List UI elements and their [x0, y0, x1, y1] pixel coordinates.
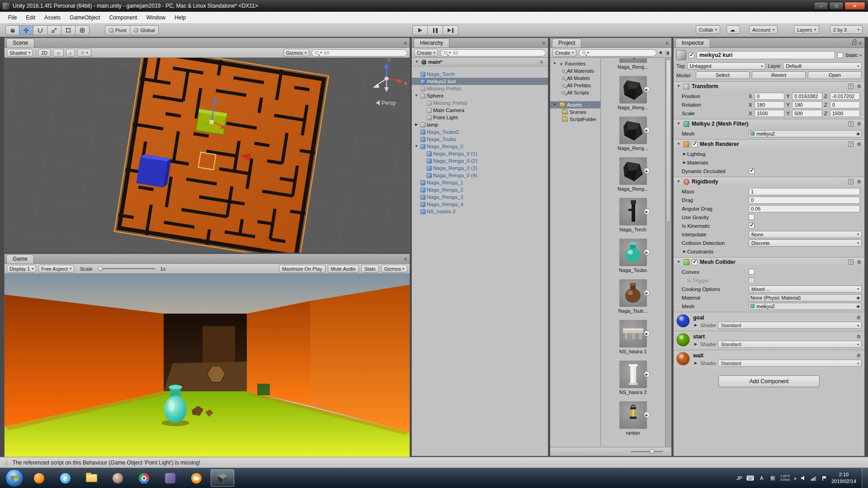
layout-dropdown[interactable]: 2 by 3▾ — [830, 25, 863, 34]
gear-icon[interactable]: ⚙ — [856, 141, 862, 147]
asset-thumbnail[interactable]: ▶ — [619, 320, 647, 347]
hierarchy-item[interactable]: Naga_Renga_3 — [412, 193, 548, 201]
ime-language-button[interactable]: JP — [736, 475, 742, 481]
model-revert-button[interactable]: Revert — [752, 71, 806, 79]
mesh-object-field[interactable]: meikyu2◉ — [749, 130, 862, 137]
project-create-dropdown[interactable]: Create▾ — [552, 49, 576, 56]
expand-asset-icon[interactable]: ▶ — [644, 168, 650, 174]
position-z-field[interactable]: -0.017202 — [830, 93, 860, 100]
object-picker-icon[interactable]: ◉ — [856, 304, 860, 309]
global-toggle[interactable]: Global — [130, 25, 159, 35]
cloud-button[interactable]: ☁ — [726, 25, 740, 34]
foldout-icon[interactable]: ▶ — [414, 123, 419, 127]
panel-menu-icon[interactable]: ≡ — [401, 40, 410, 46]
taskbar-clock[interactable]: 2:10 2019/02/14 — [831, 471, 856, 485]
asset-thumbnail[interactable]: ▶ — [619, 239, 647, 266]
menu-help[interactable]: Help — [170, 12, 190, 23]
game-viewport[interactable] — [5, 274, 410, 457]
help-icon[interactable]: ? — [848, 121, 854, 127]
tab-project[interactable]: Project — [552, 38, 581, 47]
scene-header-row[interactable]: ▼ main* ≡ — [412, 58, 548, 66]
saved-search-star-icon[interactable]: ★ — [659, 50, 663, 56]
foldout-icon[interactable]: ▶ — [682, 250, 687, 253]
window-titlebar[interactable]: Unity 2018.1.4f1 Personal (64bit) - main… — [0, 0, 868, 12]
scene-effects-dropdown[interactable]: ☆▾ — [77, 49, 91, 56]
maze-object[interactable] — [114, 58, 329, 253]
label-filter-icon[interactable]: ◨ — [665, 51, 669, 55]
asset-item[interactable]: ▶rantan — [601, 399, 665, 440]
scale-z-field[interactable]: 1500 — [830, 110, 860, 117]
foldout-icon[interactable]: ▼ — [676, 84, 681, 88]
favorites-item[interactable]: All Prefabs — [550, 82, 600, 89]
foldout-icon[interactable]: ▼ — [676, 122, 681, 126]
menu-gameobject[interactable]: GameObject — [65, 12, 104, 23]
component-header-rigidbody[interactable]: ▼ Rigidbody ?⚙ — [674, 177, 864, 186]
model-open-button[interactable]: Open — [808, 71, 862, 79]
component-enabled-checkbox[interactable] — [692, 141, 698, 147]
asset-item[interactable]: ▶Naga_Tsubo — [601, 236, 665, 277]
taskbar-app-media[interactable] — [158, 469, 182, 487]
taskbar-app-unity[interactable] — [211, 469, 234, 487]
help-icon[interactable]: ? — [848, 141, 854, 147]
cooking-options-dropdown[interactable]: Mixed ...▾ — [749, 286, 862, 293]
scene-viewport[interactable]: z x Persp — [5, 58, 410, 253]
maximize-on-play-toggle[interactable]: Maximize On Play — [279, 265, 326, 272]
foldout-icon[interactable]: ▼ — [414, 60, 420, 64]
action-center-flag-icon[interactable] — [821, 475, 827, 481]
physic-material-field[interactable]: None (Physic Material)◉ — [749, 294, 862, 301]
drag-field[interactable]: 0 — [749, 197, 860, 204]
asset-item[interactable]: ▶NS_hasira 1 — [601, 318, 665, 358]
rotation-y-field[interactable]: 180 — [792, 101, 822, 108]
mass-field[interactable]: 1 — [749, 188, 860, 195]
gear-icon[interactable]: ⚙ — [856, 259, 862, 265]
foldout-icon[interactable]: ▼ — [414, 145, 419, 148]
hierarchy-item[interactable]: Naga_Renga_0 (1) — [412, 150, 548, 157]
stats-toggle[interactable]: Stats — [361, 265, 379, 272]
aspect-dropdown[interactable]: Free Aspect▾ — [38, 265, 74, 272]
collision-detection-dropdown[interactable]: Discrete▾ — [749, 239, 862, 247]
collider-mesh-field[interactable]: meikyu2◉ — [749, 303, 862, 310]
tab-inspector[interactable]: Inspector — [675, 38, 710, 47]
taskbar-app-chrome[interactable] — [132, 469, 156, 487]
favorites-item[interactable]: All Models — [550, 75, 600, 82]
assets-root-folder[interactable]: ▼Assets — [550, 101, 600, 108]
menu-edit[interactable]: Edit — [21, 12, 40, 23]
is-kinematic-checkbox[interactable] — [749, 223, 755, 229]
expand-asset-icon[interactable]: ▶ — [644, 208, 650, 215]
transform-tool-button[interactable] — [75, 25, 90, 35]
expand-asset-icon[interactable]: ▶ — [644, 412, 650, 418]
favorites-root[interactable]: ▼★Favorites — [550, 60, 600, 67]
hierarchy-item[interactable]: Naga_Renga_4 — [412, 201, 548, 208]
asset-item[interactable]: ▶Naga_Reng... — [601, 74, 665, 114]
position-x-field[interactable]: 0 — [755, 93, 784, 100]
panel-menu-icon[interactable]: ≡ — [540, 40, 548, 46]
add-component-button[interactable]: Add Component — [718, 375, 820, 387]
menu-component[interactable]: Component — [104, 12, 142, 23]
asset-thumbnail[interactable]: ▶ — [619, 401, 647, 429]
folder-item[interactable]: ScriptFolder — [550, 116, 600, 123]
hierarchy-item[interactable]: Naga_Tsubo2 — [412, 128, 548, 136]
favorites-item[interactable]: All Scripts — [550, 89, 600, 96]
foldout-icon[interactable]: ▶ — [693, 361, 698, 365]
angular-drag-field[interactable]: 0.05 — [749, 205, 860, 212]
asset-thumbnail[interactable]: ▶ — [619, 361, 647, 388]
asset-thumbnail[interactable]: ▶ — [619, 198, 647, 225]
asset-item[interactable]: ▶Naga_Torch — [601, 196, 665, 236]
help-icon[interactable]: ? — [848, 179, 854, 184]
asset-thumbnail[interactable]: ▶ — [619, 279, 647, 307]
expand-asset-icon[interactable]: ▶ — [644, 371, 650, 377]
collab-dropdown[interactable]: Collab▾ — [696, 25, 720, 34]
hierarchy-item[interactable]: NS_hasira 2 — [412, 208, 548, 215]
move-tool-button[interactable] — [19, 25, 33, 35]
gear-icon[interactable]: ⚙ — [856, 179, 862, 185]
taskbar-app-gimp[interactable] — [106, 469, 129, 487]
asset-item[interactable]: ▶NS_hasira 2 — [601, 358, 665, 399]
taskbar-app-explorer[interactable] — [80, 469, 103, 487]
scene-context-menu-icon[interactable]: ≡ — [538, 59, 546, 65]
hierarchy-item[interactable]: ▶lamp — [412, 121, 548, 128]
hierarchy-item[interactable]: Naga_Tsubo — [412, 136, 548, 143]
expand-asset-icon[interactable]: ▶ — [644, 290, 650, 296]
draw-mode-dropdown[interactable]: Shaded▾ — [7, 49, 33, 56]
ime-input-mode-button[interactable]: A — [758, 474, 765, 482]
object-picker-icon[interactable]: ◉ — [856, 131, 860, 136]
